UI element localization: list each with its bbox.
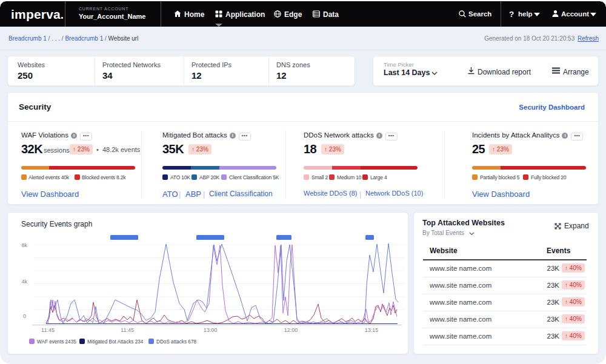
svg-text:8k: 8k [21, 242, 27, 248]
svg-text:WAF events 2435: WAF events 2435 [37, 339, 76, 345]
svg-text:13:15: 13:15 [365, 327, 379, 333]
svg-text:11:45: 11:45 [41, 327, 55, 333]
svg-text:11:45: 11:45 [121, 327, 134, 333]
svg-text:DDoS attacks 678: DDoS attacks 678 [156, 339, 196, 345]
svg-text:Mitigated Bot Attacks 234: Mitigated Bot Attacks 234 [87, 339, 144, 345]
svg-text:4k: 4k [21, 279, 27, 285]
svg-text:13:00: 13:00 [204, 327, 218, 333]
svg-text:0: 0 [23, 313, 26, 319]
svg-text:12:00: 12:00 [284, 327, 298, 333]
